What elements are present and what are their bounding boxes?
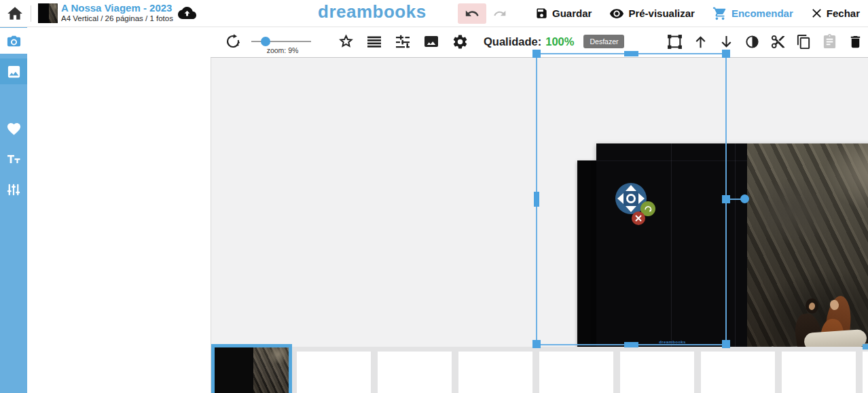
page-thumbnail-6[interactable] <box>620 352 694 393</box>
send-backward-button[interactable] <box>717 33 735 50</box>
camera-icon <box>6 33 22 49</box>
scissors-icon <box>770 34 786 50</box>
save-icon <box>535 7 548 20</box>
selection-handle-top-right[interactable] <box>722 50 730 58</box>
tab-photos[interactable] <box>0 28 27 54</box>
page-cover-photo <box>253 347 289 393</box>
favorite-button[interactable] <box>337 33 355 50</box>
divider <box>31 5 31 22</box>
project-meta: A4 Vertical / 26 páginas / 1 fotos <box>61 14 173 22</box>
move-left-arrow-icon <box>617 193 623 204</box>
selection-handle-bottom-mid[interactable] <box>624 342 638 347</box>
save-label: Guardar <box>552 7 592 19</box>
image-fill-button[interactable] <box>422 33 440 50</box>
layouts-button[interactable] <box>365 33 383 50</box>
quality-value: 100% <box>545 35 574 48</box>
selection-handle-bottom-right[interactable] <box>722 340 730 348</box>
page-thumbnail-2[interactable] <box>297 352 371 393</box>
move-down-arrow-icon <box>626 206 636 212</box>
paste-button[interactable] <box>820 33 838 50</box>
favorite-star-icon <box>338 33 355 50</box>
bring-forward-button[interactable] <box>691 33 709 50</box>
move-center-ring-icon <box>626 194 636 203</box>
rotate-handle-arm <box>730 199 741 200</box>
zoom-label: zoom: 9% <box>250 46 315 54</box>
cover-photo[interactable] <box>747 143 868 347</box>
strip-scroll-nub[interactable] <box>863 344 868 349</box>
close-icon <box>811 7 822 19</box>
gear-icon <box>452 33 469 50</box>
page-thumbnail-5[interactable] <box>539 352 613 393</box>
tab-layouts[interactable] <box>0 58 27 84</box>
page-thumbnail-8[interactable] <box>782 352 856 393</box>
selection-handle-left-mid[interactable] <box>534 192 539 207</box>
copy-button[interactable] <box>795 33 812 50</box>
undo-tooltip: Desfazer <box>583 35 624 48</box>
heart-icon <box>6 121 22 137</box>
tab-favorites[interactable] <box>0 116 27 141</box>
rotate-button[interactable] <box>224 33 242 50</box>
text-icon <box>5 151 22 167</box>
cloud-upload-icon <box>178 5 196 21</box>
top-bar: A Nossa Viagem - 2023 A4 Vertical / 26 p… <box>0 0 868 27</box>
image-icon <box>6 64 22 80</box>
cover-mini-photo <box>49 3 58 23</box>
delete-photo-icon <box>635 215 642 222</box>
tab-adjustments[interactable] <box>0 177 27 203</box>
top-bar-actions: Guardar Pré-visualizar Encomendar Fechar <box>458 0 860 27</box>
arrow-down-icon <box>719 34 734 50</box>
contrast-icon <box>744 34 760 50</box>
trash-icon <box>848 34 863 50</box>
copy-icon <box>796 34 812 50</box>
delete-button[interactable] <box>846 33 864 50</box>
layout-lines-icon <box>366 33 382 50</box>
arrow-up-icon <box>693 34 708 50</box>
canvas-toolbar-left: zoom: 9% Qualidade:100% Desfazer <box>224 27 624 56</box>
rotate-handle-knob[interactable] <box>740 194 749 203</box>
crop-frame-icon <box>666 33 683 50</box>
text-adjust-icon <box>395 33 411 50</box>
home-button[interactable] <box>6 5 24 22</box>
project-title: A Nossa Viagem - 2023 <box>61 2 172 14</box>
tab-text[interactable] <box>0 146 27 172</box>
rotate-photo-icon <box>643 204 653 213</box>
crop-button[interactable] <box>666 33 683 50</box>
selection-handle-top-left[interactable] <box>532 50 541 58</box>
tool-rail <box>0 27 27 393</box>
save-button[interactable]: Guardar <box>535 7 592 20</box>
cart-icon <box>712 6 727 21</box>
paste-icon <box>822 34 837 50</box>
quality-indicator: Qualidade:100% <box>484 35 574 48</box>
page-thumbnail-cover-selected[interactable] <box>211 344 292 393</box>
text-adjust-button[interactable] <box>394 33 412 50</box>
cut-button[interactable] <box>769 33 786 50</box>
page-thumbnail-7[interactable] <box>701 352 775 393</box>
selection-handle-top-mid[interactable] <box>624 51 638 56</box>
move-up-arrow-icon <box>626 185 636 191</box>
selection-handle-bottom-left[interactable] <box>532 340 541 348</box>
undo-button[interactable] <box>458 3 486 24</box>
zoom-slider-knob[interactable] <box>261 37 270 46</box>
close-button[interactable]: Fechar <box>811 7 860 19</box>
fold-guide <box>735 143 736 347</box>
rotate-icon <box>225 33 241 50</box>
order-label: Encomendar <box>731 7 793 19</box>
redo-button[interactable] <box>486 3 513 24</box>
filters-button[interactable] <box>743 33 761 50</box>
page-thumbnail-9[interactable] <box>863 352 868 393</box>
spine-guide <box>671 143 672 347</box>
page-thumbnail-3[interactable] <box>378 352 452 393</box>
undo-icon <box>465 6 480 21</box>
canvas-toolbar-right <box>666 27 864 56</box>
adjust-icon <box>6 182 21 197</box>
delete-photo-button[interactable] <box>632 211 645 225</box>
selection-handle-right-mid[interactable] <box>722 195 730 203</box>
page-thumbnail-4[interactable] <box>458 352 532 393</box>
redo-icon <box>493 7 507 20</box>
zoom-slider: zoom: 9% <box>250 27 315 56</box>
order-button[interactable]: Encomendar <box>712 6 793 21</box>
preview-button[interactable]: Pré-visualizar <box>609 6 695 21</box>
close-label: Fechar <box>827 7 860 19</box>
settings-button[interactable] <box>451 33 469 50</box>
image-icon <box>423 33 439 50</box>
